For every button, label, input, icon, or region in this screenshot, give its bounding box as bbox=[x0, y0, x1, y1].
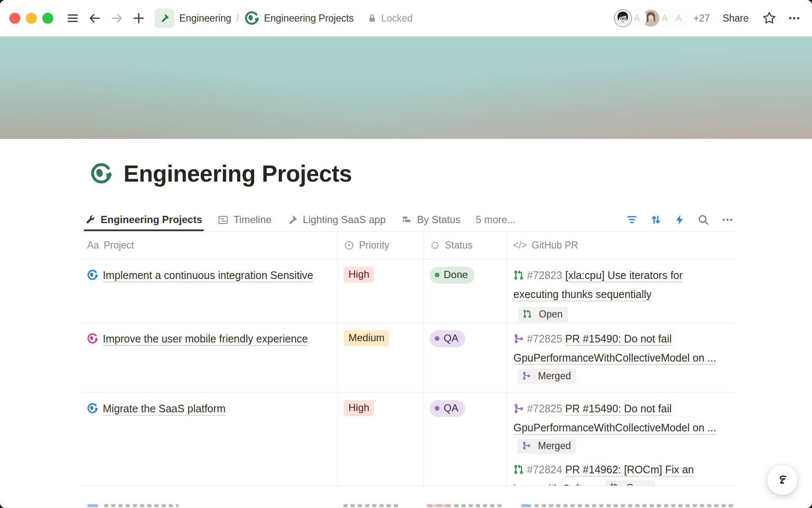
priority-tag[interactable]: Medium bbox=[344, 330, 389, 346]
share-button[interactable]: Share bbox=[723, 13, 749, 24]
project-page-icon bbox=[87, 269, 98, 281]
filter-button[interactable] bbox=[625, 213, 638, 226]
notion-ai-button[interactable] bbox=[767, 464, 798, 495]
page-icon[interactable] bbox=[90, 162, 112, 185]
minimize-window-button[interactable] bbox=[26, 13, 37, 24]
pr-entry: #72825PR #15490: Do not fail GpuPerforma… bbox=[513, 399, 719, 456]
project-cell[interactable]: Improve the user mobile friendly experie… bbox=[81, 323, 337, 392]
project-cell[interactable]: Migrate the SaaS platform bbox=[81, 393, 337, 486]
table-header-row: Aa Project Priority Status </> GitHub PR bbox=[81, 232, 734, 260]
column-header-project[interactable]: Aa Project bbox=[81, 232, 337, 259]
priority-cell[interactable]: High bbox=[337, 260, 423, 323]
pr-entry: #72824PR #14962: [ROCm] Fix an issue wit… bbox=[513, 460, 719, 486]
close-window-button[interactable] bbox=[9, 13, 20, 24]
column-label: Project bbox=[104, 240, 134, 251]
status-tag[interactable]: QA bbox=[430, 400, 465, 417]
forward-button[interactable] bbox=[109, 11, 124, 26]
pr-state-label: Open bbox=[539, 308, 562, 320]
tab-engineering-projects[interactable]: Engineering Projects bbox=[85, 214, 202, 226]
code-property-icon: </> bbox=[513, 240, 527, 251]
github-pr-cell[interactable]: #72823[xla:cpu] Use iterators for execut… bbox=[507, 260, 734, 323]
wrench-icon bbox=[85, 214, 96, 226]
pr-state-badge[interactable]: Open bbox=[518, 307, 568, 322]
priority-cell[interactable]: Medium bbox=[337, 323, 423, 392]
column-header-github-pr[interactable]: </> GitHub PR bbox=[507, 232, 734, 259]
project-link[interactable]: Migrate the SaaS platform bbox=[103, 403, 225, 414]
page-cover-image[interactable] bbox=[0, 36, 812, 139]
column-label: Status bbox=[445, 240, 472, 251]
tab-by-status[interactable]: By Status bbox=[401, 214, 461, 226]
page-title[interactable]: Engineering Projects bbox=[123, 160, 352, 187]
topbar-more-button[interactable] bbox=[787, 11, 801, 25]
hammer-icon bbox=[159, 13, 170, 24]
project-link[interactable]: Improve the user mobile friendly experie… bbox=[103, 333, 308, 345]
avatar-initial: A bbox=[634, 13, 640, 24]
breadcrumb-page[interactable]: Engineering Projects bbox=[264, 13, 354, 24]
pr-state-badge[interactable]: Merged bbox=[518, 369, 576, 384]
plus-icon bbox=[132, 11, 145, 25]
hamburger-icon bbox=[66, 12, 79, 25]
tab-timeline[interactable]: Timeline bbox=[217, 214, 272, 226]
avatar-overflow-count[interactable]: +27 bbox=[694, 13, 710, 24]
breadcrumb-separator: / bbox=[236, 13, 239, 24]
sort-arrows-icon bbox=[650, 213, 662, 226]
breadcrumb-workspace[interactable]: Engineering bbox=[179, 13, 231, 24]
clipped-row-icon bbox=[87, 504, 98, 507]
project-cell[interactable]: Implement a continuous integration Sensi… bbox=[81, 260, 337, 323]
pr-state-badge[interactable]: Open bbox=[606, 480, 655, 486]
tab-lighting-saas-app[interactable]: Lighting SaaS app bbox=[287, 214, 386, 226]
view-tabs: Engineering Projects Timeline Lighting S… bbox=[85, 209, 734, 230]
pr-number: #72825 bbox=[527, 403, 562, 414]
priority-cell[interactable]: High bbox=[337, 393, 423, 486]
arrow-left-icon bbox=[88, 11, 102, 25]
board-blocks-icon bbox=[401, 214, 412, 226]
status-cell[interactable]: QA bbox=[423, 393, 507, 486]
zoom-window-button[interactable] bbox=[42, 13, 53, 24]
pr-state-badge[interactable]: Merged bbox=[518, 439, 576, 454]
column-header-priority[interactable]: Priority bbox=[337, 232, 423, 259]
status-label: QA bbox=[444, 332, 458, 345]
git-merge-icon bbox=[513, 334, 524, 344]
ellipsis-icon bbox=[787, 11, 801, 25]
status-dot bbox=[435, 273, 439, 277]
automations-button[interactable] bbox=[674, 214, 686, 226]
avatar[interactable] bbox=[613, 8, 633, 28]
clipped-row-text bbox=[454, 504, 502, 507]
tab-label: By Status bbox=[417, 214, 461, 226]
view-tools bbox=[625, 213, 734, 226]
back-button[interactable] bbox=[87, 11, 102, 26]
status-cell[interactable]: Done bbox=[423, 260, 507, 323]
column-header-status[interactable]: Status bbox=[423, 232, 507, 259]
pr-state-label: Merged bbox=[538, 439, 571, 452]
search-button[interactable] bbox=[697, 213, 710, 226]
status-dot bbox=[435, 406, 439, 411]
locked-label: Locked bbox=[381, 13, 412, 24]
star-icon bbox=[762, 11, 776, 25]
priority-tag[interactable]: High bbox=[344, 400, 374, 416]
github-pr-cell[interactable]: #72825PR #15490: Do not fail GpuPerforma… bbox=[507, 323, 734, 392]
status-cell[interactable]: QA bbox=[423, 323, 507, 392]
favorite-button[interactable] bbox=[762, 11, 776, 25]
locked-indicator[interactable]: Locked bbox=[367, 13, 412, 24]
title-property-icon: Aa bbox=[87, 240, 99, 251]
sort-button[interactable] bbox=[650, 213, 662, 226]
new-tab-button[interactable] bbox=[131, 11, 146, 26]
project-link[interactable]: Implement a continuous integration Sensi… bbox=[103, 269, 313, 281]
github-pr-cell[interactable]: #72825PR #15490: Do not fail GpuPerforma… bbox=[507, 393, 734, 486]
more-views-button[interactable]: 5 more... bbox=[476, 214, 516, 226]
priority-tag[interactable]: High bbox=[344, 267, 374, 283]
git-merge-icon bbox=[522, 371, 531, 380]
clipped-row-text bbox=[104, 504, 178, 507]
view-more-button[interactable] bbox=[721, 213, 734, 226]
tab-label: Engineering Projects bbox=[101, 214, 202, 226]
table-row: Migrate the SaaS platform High QA #72825… bbox=[81, 393, 734, 486]
column-label: GitHub PR bbox=[532, 240, 578, 251]
collaborator-avatars[interactable]: A A A bbox=[613, 8, 689, 28]
clipped-row-icon bbox=[521, 504, 531, 507]
status-tag[interactable]: Done bbox=[430, 267, 475, 284]
workspace-icon-chip[interactable] bbox=[155, 8, 174, 28]
search-icon bbox=[697, 213, 710, 226]
status-tag[interactable]: QA bbox=[430, 330, 465, 347]
git-pull-request-icon bbox=[523, 309, 532, 318]
sidebar-toggle-button[interactable] bbox=[65, 11, 80, 26]
